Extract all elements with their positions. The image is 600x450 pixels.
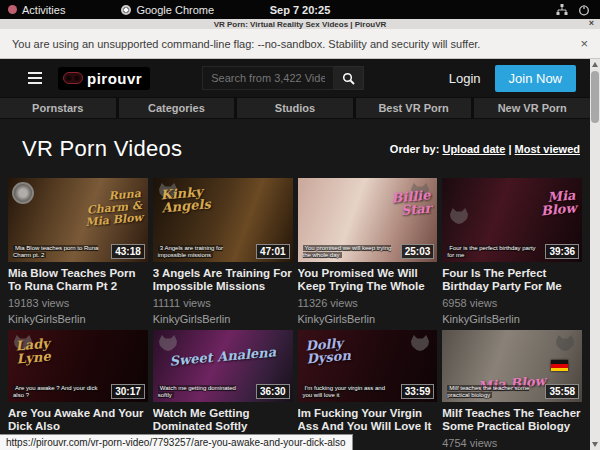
video-thumbnail[interactable]: Sweet Analena Watch me getting dominated… [153, 330, 293, 402]
activities-button[interactable]: Activities [0, 0, 73, 19]
video-card: Mia Blow Milf teaches the teacher some p… [442, 330, 582, 450]
video-card: Lady Lyne Are you awake ? And your dick … [8, 330, 148, 450]
video-card: Sweet Analena Watch me getting dominated… [153, 330, 293, 450]
order-link-most-viewed[interactable]: Most viewed [515, 143, 580, 155]
search-input[interactable] [202, 66, 334, 90]
vr-headset-icon [63, 72, 83, 84]
chrome-label: Google Chrome [136, 4, 214, 16]
search-button[interactable] [334, 66, 364, 90]
thumbnail-overlay-title: Dolly Dyson [304, 335, 366, 366]
tab-close-icon[interactable]: × [589, 18, 594, 28]
studio-link[interactable]: KinkyGirlsBerlin [442, 313, 582, 325]
thumbnail-caption: Mia Blow teaches porn to Runa Charm pt. … [13, 245, 104, 259]
screen: Activities Google Chrome Sep 7 20:25 VR … [0, 0, 600, 450]
infobar-close-icon[interactable]: × [580, 36, 588, 51]
page-content: pirouvr Login Join Now Pornstars Categor… [0, 59, 590, 450]
thumbnail-overlay-title: Billie Star [370, 189, 432, 220]
studio-link[interactable]: KinkyGirlsBerlin [8, 313, 148, 325]
scroll-down-arrow-icon[interactable] [592, 442, 598, 447]
video-title[interactable]: Watch Me Getting Dominated Softly [153, 407, 293, 432]
menu-item-best-vr-porn[interactable]: Best VR Porn [356, 98, 472, 118]
order-separator: | [508, 143, 511, 155]
menu-item-studios[interactable]: Studios [237, 98, 353, 118]
duration-badge: 25:03 [401, 244, 435, 259]
thumbnail-caption: Watch me getting dominated softly [158, 385, 249, 399]
cat-mask-icon [554, 334, 576, 352]
scroll-up-arrow-icon[interactable] [592, 62, 598, 67]
chrome-icon [121, 5, 131, 15]
video-card: Mia Blow Four is the perfect birthday pa… [442, 178, 582, 325]
video-thumbnail[interactable]: Kinky Angels 3 Angels are training for i… [153, 178, 293, 262]
warning-message: You are using an unsupported command-lin… [12, 38, 480, 50]
video-card: Runa Charm & Mia Blow Mia Blow teaches p… [8, 178, 148, 325]
hamburger-menu-icon[interactable] [28, 72, 42, 84]
video-title[interactable]: You Promised We Will Keep Trying The Who… [298, 267, 438, 292]
video-card: Kinky Angels 3 Angels are training for i… [153, 178, 293, 325]
status-url-tooltip: https://pirouvr.com/vr-porn-video/779325… [0, 434, 353, 450]
video-card: Dolly Dyson I'm fucking your virgin ass … [298, 330, 438, 450]
duration-badge: 36:30 [256, 384, 290, 399]
thumbnail-caption: I'm fucking your virgin ass and you will… [303, 385, 394, 399]
sandbox-warning-bar: You are using an unsupported command-lin… [0, 29, 600, 59]
video-thumbnail[interactable]: Dolly Dyson I'm fucking your virgin ass … [298, 330, 438, 402]
menu-item-pornstars[interactable]: Pornstars [0, 98, 116, 118]
video-thumbnail[interactable]: Mia Blow Four is the perfect birthday pa… [442, 178, 582, 262]
studio-link[interactable]: KinkyGirlsBerlin [153, 313, 293, 325]
menu-item-new-vr-porn[interactable]: New VR Porn [474, 98, 590, 118]
network-icon[interactable] [556, 4, 568, 16]
login-button[interactable]: Login [449, 71, 481, 86]
cat-mask-icon [409, 334, 431, 352]
order-link-upload-date[interactable]: Upload date [442, 143, 505, 155]
video-thumbnail[interactable]: Lady Lyne Are you awake ? And your dick … [8, 330, 148, 402]
page-header: VR Porn Videos Order by: Upload date | M… [0, 119, 590, 178]
view-count: 6958 views [442, 297, 582, 309]
scrollbar-thumb[interactable] [591, 71, 599, 123]
video-card: Billie Star You promised we will keep tr… [298, 178, 438, 325]
video-title[interactable]: Milf Teaches The Teacher Some Practical … [442, 407, 582, 432]
german-flag-icon [551, 360, 568, 371]
view-count: 11111 views [153, 297, 293, 309]
order-by: Order by: Upload date | Most viewed [390, 143, 580, 155]
cat-mask-icon [157, 334, 179, 352]
video-thumbnail[interactable]: Mia Blow Milf teaches the teacher some p… [442, 330, 582, 402]
view-count: 19183 views [8, 297, 148, 309]
notification-dot-icon [8, 5, 17, 14]
studio-watermark-icon [12, 182, 34, 204]
duration-badge: 35:58 [545, 384, 579, 399]
duration-badge: 47:01 [256, 244, 290, 259]
site-logo[interactable]: pirouvr [58, 67, 150, 90]
site-navbar: pirouvr Login Join Now [0, 59, 590, 97]
cat-mask-icon [448, 207, 470, 225]
power-icon[interactable] [578, 4, 590, 16]
video-title[interactable]: Mia Blow Teaches Porn To Runa Charm Pt 2 [8, 267, 148, 292]
video-title[interactable]: Are You Awake And Your Dick Also [8, 407, 148, 432]
duration-badge: 33:59 [401, 384, 435, 399]
duration-badge: 39:36 [545, 244, 579, 259]
video-thumbnail[interactable]: Runa Charm & Mia Blow Mia Blow teaches p… [8, 178, 148, 262]
logo-text: pirouvr [87, 70, 142, 87]
video-title[interactable]: 3 Angels Are Training For Impossible Mis… [153, 267, 293, 292]
view-count: 4754 views [442, 437, 582, 449]
thumbnail-overlay-title: Runa Charm & Mia Blow [70, 188, 143, 230]
menu-item-categories[interactable]: Categories [119, 98, 235, 118]
window-title-bar: VR Porn: Virtual Reality Sex Videos | Pi… [0, 19, 600, 29]
tab-title: VR Porn: Virtual Reality Sex Videos | Pi… [214, 20, 387, 29]
thumbnail-caption: Milf teaches the teacher some practical … [447, 385, 538, 399]
scrollbar[interactable] [590, 59, 600, 450]
view-count: 11326 views [298, 297, 438, 309]
studio-link[interactable]: KinkyGirlsBerlin [298, 313, 438, 325]
thumbnail-overlay-title: Kinky Angels [160, 184, 222, 215]
video-thumbnail[interactable]: Billie Star You promised we will keep tr… [298, 178, 438, 262]
search-icon [342, 72, 355, 85]
chrome-app-indicator[interactable]: Google Chrome [113, 0, 222, 19]
page-title: VR Porn Videos [22, 136, 182, 162]
join-now-button[interactable]: Join Now [495, 65, 576, 92]
main-menu: Pornstars Categories Studios Best VR Por… [0, 97, 590, 119]
activities-label: Activities [22, 4, 65, 16]
video-title[interactable]: Four Is The Perfect Birthday Party For M… [442, 267, 582, 292]
video-grid: Runa Charm & Mia Blow Mia Blow teaches p… [8, 178, 582, 450]
video-title[interactable]: Im Fucking Your Virgin Ass And You Will … [298, 407, 438, 432]
clock[interactable]: Sep 7 20:25 [0, 4, 600, 16]
duration-badge: 43:18 [111, 244, 145, 259]
thumbnail-overlay-title: Mia Blow [515, 189, 577, 220]
